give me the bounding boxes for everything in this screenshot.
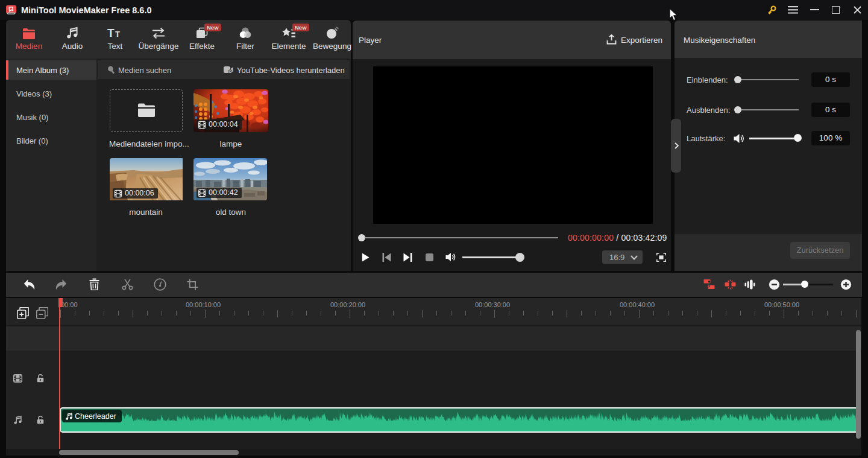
svg-text:T: T — [107, 27, 115, 39]
svg-text:▼: ▼ — [229, 69, 232, 73]
svg-text:T: T — [115, 30, 120, 39]
svg-text:365: 365 — [256, 161, 265, 167]
